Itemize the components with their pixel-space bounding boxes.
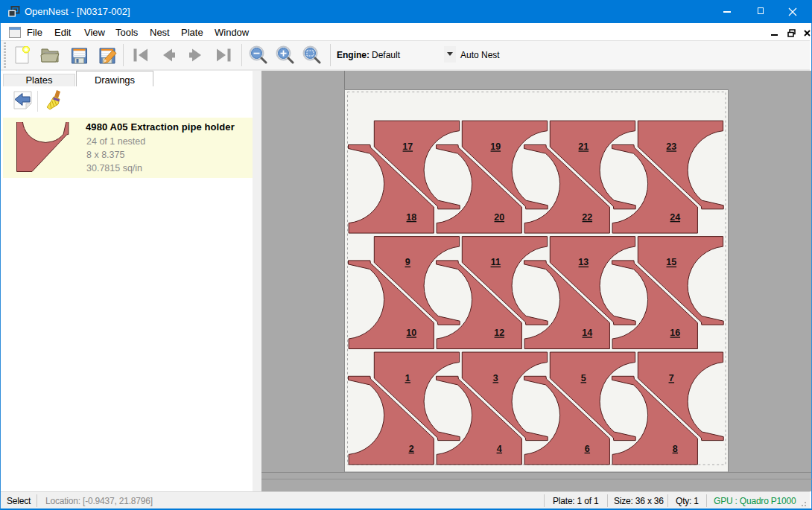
svg-text:6: 6 <box>585 444 590 454</box>
svg-text:24: 24 <box>670 212 680 223</box>
svg-text:4: 4 <box>497 444 502 454</box>
svg-text:9: 9 <box>405 257 410 267</box>
svg-text:8: 8 <box>673 444 678 454</box>
svg-text:2: 2 <box>409 444 414 454</box>
svg-text:23: 23 <box>666 141 676 152</box>
svg-text:19: 19 <box>490 141 501 152</box>
svg-text:7: 7 <box>669 373 674 383</box>
svg-text:15: 15 <box>666 257 676 267</box>
svg-text:16: 16 <box>670 328 680 338</box>
svg-text:22: 22 <box>582 212 592 223</box>
svg-text:21: 21 <box>578 141 589 152</box>
svg-text:1: 1 <box>405 373 410 383</box>
svg-text:18: 18 <box>406 212 416 223</box>
svg-text:3: 3 <box>493 373 498 383</box>
svg-text:11: 11 <box>491 257 501 267</box>
svg-text:20: 20 <box>494 212 504 223</box>
svg-text:12: 12 <box>494 328 504 338</box>
svg-text:10: 10 <box>406 328 416 338</box>
svg-text:14: 14 <box>582 328 592 338</box>
svg-text:13: 13 <box>578 257 589 267</box>
svg-text:17: 17 <box>402 141 413 152</box>
svg-text:5: 5 <box>581 373 586 383</box>
